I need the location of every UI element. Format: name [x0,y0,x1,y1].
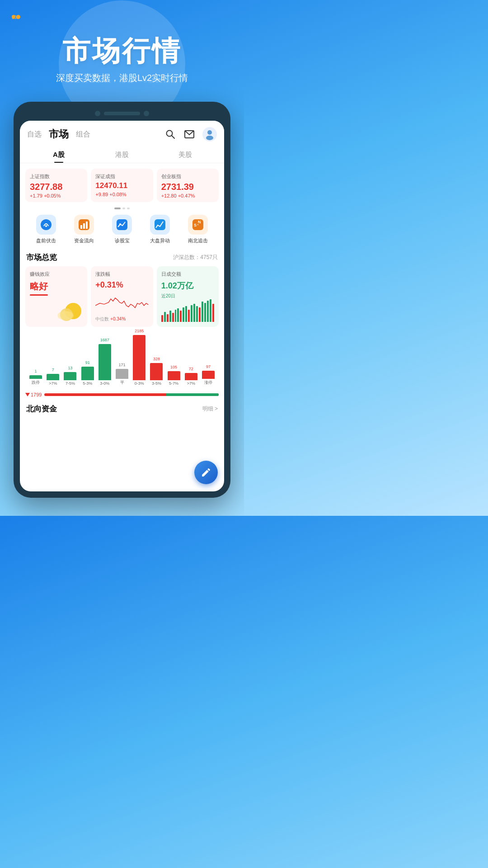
tab-hk-stock[interactable]: 港股 [90,146,154,163]
index-card-gem[interactable]: 创业板指 2731.39 +12.80 +0.47% [157,169,219,202]
phone-speaker [104,112,140,115]
bar-col-9: 105 5-7% [165,365,183,386]
ov-card-value-1: 略好 [30,280,83,292]
index-change-3: +12.80 +0.47% [161,193,214,198]
tool-icons: 盘前伏击 资金流向 [20,211,224,250]
bar-rect-10 [185,373,197,380]
dot-2 [122,208,125,209]
svg-rect-11 [86,222,88,229]
bar-rect-6 [116,369,128,379]
index-name-2: 深证成指 [95,173,148,180]
dapaiyidong-icon [150,215,170,235]
down-count: 1799 [25,392,42,397]
zhengubao-icon [112,215,132,235]
bar-chart-container: 1 跌停 7 >7% 13 7-5% 91 [25,331,219,386]
bar-col-10: 72 >7% [183,367,200,386]
ov-card-change[interactable]: 涨跌幅 +0.31% 中位数 +0.34% [91,266,153,327]
tool-label-4: 大盘异动 [150,237,170,244]
search-icon[interactable] [164,128,176,140]
nav-tab-zuhe[interactable]: 组合 [76,130,90,139]
bar-chart-section: 1 跌停 7 >7% 13 7-5% 91 [20,331,224,390]
phone-notch-area [20,108,224,121]
header-icons [164,127,217,142]
bar-rect-9 [168,371,180,380]
svg-point-7 [45,225,47,227]
tab-a-stock[interactable]: A股 [27,146,90,163]
avatar[interactable] [202,127,217,142]
bar-rect-8 [150,363,163,380]
sun-icon [57,297,84,323]
phone-camera-left [95,111,100,116]
bar-col-3: 13 7-5% [61,366,79,386]
svg-marker-22 [25,393,30,396]
bar-col-7: 2185 0-3% [131,329,148,386]
bar-rect-7 [133,335,145,380]
market-overview-title: 市场总览 [26,252,57,263]
index-cards: 上证指数 3277.88 +1.79 +0.05% 深证成指 12470.11 … [20,163,224,206]
progress-bar-fill [166,393,219,396]
bar-col-8: 328 3-5% [148,357,165,386]
index-name-1: 上证指数 [30,173,83,180]
hero-title: 市场行情 [0,32,244,70]
dot-3 [127,208,130,209]
bar-col-2: 7 >7% [44,368,61,386]
nav-tab-zixuan[interactable]: 自选 [27,130,42,139]
index-value-2: 12470.11 [95,182,148,190]
svg-rect-14 [155,219,165,230]
bottom-progress: 1799 [20,390,224,400]
tool-zhengubao[interactable]: 诊股宝 [112,215,132,244]
ov-card-title-2: 涨跌幅 [95,271,148,278]
svg-text:N: N [198,220,201,224]
ov-card-subtitle-3: 近20日 [161,293,214,299]
ov-card-value-3: 1.02万亿 [161,280,214,291]
dot-1 [114,208,121,209]
svg-text:S: S [194,223,197,227]
tool-nanbei[interactable]: S N 南北追击 [188,215,208,244]
pagination-dots [20,206,224,211]
ov-card-volume[interactable]: 日成交额 1.02万亿 近20日 [157,266,219,327]
bar-col-5: 1687 3-0% [96,338,113,386]
tool-dapaiyidong[interactable]: 大盘异动 [150,215,170,244]
svg-line-1 [172,136,174,138]
mini-chart [95,290,148,312]
hero-section: 市场行情 深度买卖数据，港股Lv2实时行情 深度买卖数据，港股Lv2实时行情 [0,28,244,102]
svg-rect-10 [83,223,85,229]
mail-icon[interactable] [183,128,195,140]
bottom-area [0,498,244,516]
stock-tabs: A股 港股 美股 [20,146,224,163]
market-overview-subtitle: 沪深总数：4757只 [173,254,218,261]
tool-panqian[interactable]: 盘前伏击 [36,215,56,244]
phone-frame: 自选 市场 组合 [14,102,230,498]
index-value-3: 2731.39 [161,182,214,192]
money-bar [30,294,48,296]
phone-screen: 自选 市场 组合 [20,121,224,491]
ov-card-money[interactable]: 赚钱效应 略好 [25,266,87,327]
tool-label-2: 资金流向 [74,237,94,244]
nav-tab-shichang[interactable]: 市场 [49,127,69,141]
zijin-icon [74,215,94,235]
index-card-shenzhen[interactable]: 深证成指 12470.11 +9.89 +0.08% [91,169,153,202]
tool-label-5: 南北追击 [188,237,208,244]
index-change-2: +9.89 +0.08% [95,192,148,197]
ov-card-title-1: 赚钱效应 [30,271,83,278]
progress-bar-track [44,393,219,396]
svg-point-4 [206,136,213,140]
tool-zijin[interactable]: 资金流向 [74,215,94,244]
svg-point-13 [119,223,121,225]
bar-rect-3 [64,372,76,380]
svg-point-3 [207,130,212,135]
tab-us-stock[interactable]: 美股 [154,146,217,163]
panqian-icon [36,215,56,235]
north-detail[interactable]: 明细 > [202,405,218,413]
bar-rect-2 [47,374,59,380]
index-change-1: +1.79 +0.05% [30,193,83,198]
bar-rect-4 [81,367,94,380]
overview-cards: 赚钱效应 略好 涨跌幅 +0.31% [20,266,224,331]
index-card-shanghai[interactable]: 上证指数 3277.88 +1.79 +0.05% [25,169,87,202]
volume-bars [161,299,214,322]
svg-rect-9 [80,225,82,229]
hero-subtitle: 深度买卖数据，港股Lv2实时行情 [0,72,244,84]
index-name-3: 创业板指 [161,173,214,180]
svg-point-6 [41,219,52,230]
fab-button[interactable] [194,461,218,484]
